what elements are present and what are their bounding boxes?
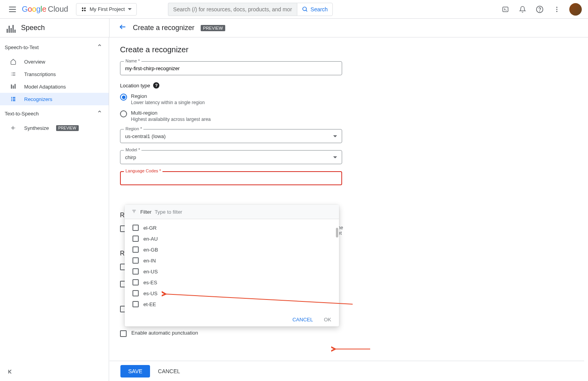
lang-option-es-us[interactable]: es-US	[125, 288, 339, 299]
popup-filter-bar[interactable]: Filter Type to filter	[125, 205, 339, 219]
checkbox-icon	[132, 246, 139, 253]
svg-rect-18	[14, 84, 16, 89]
svg-point-8	[556, 11, 558, 12]
svg-point-0	[303, 7, 306, 11]
checkbox-icon	[132, 290, 139, 296]
model-select[interactable]: chirp	[120, 150, 342, 164]
svg-line-1	[306, 10, 307, 11]
region-select[interactable]: us-central1 (Iowa)	[120, 129, 342, 143]
cloud-shell-button[interactable]	[498, 2, 513, 17]
sidebar-item-transcriptions[interactable]: Transcriptions	[0, 68, 109, 80]
search-button[interactable]: Search	[297, 3, 333, 16]
popup-ok-button[interactable]: OK	[324, 317, 331, 323]
svg-rect-23	[11, 100, 12, 101]
lang-option-en-gb[interactable]: en-GB	[125, 244, 339, 255]
sidebar-section-speech-to-text[interactable]: Speech-to-Text ⌃	[0, 39, 109, 55]
language-codes-select[interactable]	[120, 171, 342, 185]
project-selector[interactable]: My First Project	[76, 3, 137, 16]
arrow-left-icon	[119, 23, 127, 31]
dropdown-arrow-icon	[128, 8, 132, 10]
help-icon	[536, 5, 544, 13]
popup-cancel-button[interactable]: CANCEL	[292, 317, 313, 323]
dropdown-arrow-icon	[333, 135, 337, 137]
svg-rect-19	[11, 97, 12, 98]
location-type-label: Location type ?	[120, 82, 588, 89]
project-icon	[81, 7, 87, 12]
region-field: Region * us-central1 (Iowa)	[120, 129, 588, 143]
chevron-up-icon: ⌃	[97, 43, 102, 51]
name-input[interactable]	[125, 66, 337, 71]
header-actions	[498, 2, 582, 17]
lang-option-es-es[interactable]: es-ES	[125, 277, 339, 288]
checkbox-icon	[132, 301, 139, 307]
chevron-left-icon	[8, 369, 13, 374]
bell-icon	[519, 5, 526, 13]
dropdown-arrow-icon	[333, 156, 337, 158]
model-field: Model * chirp	[120, 150, 588, 164]
scrollbar-thumb[interactable]	[336, 228, 338, 237]
checkbox-icon	[132, 279, 139, 285]
product-name: Speech	[21, 24, 45, 32]
help-icon[interactable]: ?	[153, 82, 159, 89]
sidebar-section-text-to-speech[interactable]: Text-to-Speech ⌃	[0, 105, 109, 122]
svg-point-5	[540, 11, 540, 11]
back-button[interactable]	[119, 23, 127, 33]
list-icon	[9, 71, 17, 77]
hamburger-menu-button[interactable]	[3, 0, 22, 19]
tune-icon	[9, 83, 17, 90]
google-cloud-logo[interactable]: Google Cloud	[22, 5, 68, 14]
radio-icon-checked	[120, 94, 127, 101]
sidebar: Speech-to-Text ⌃ Overview Transcriptions…	[0, 37, 109, 381]
popup-list[interactable]: el-GR en-AU en-GB en-IN en-US es-ES es-U…	[125, 219, 339, 313]
preview-badge: PREVIEW	[201, 25, 225, 31]
lang-option-el-gr[interactable]: el-GR	[125, 222, 339, 233]
search-icon	[302, 6, 308, 12]
help-button[interactable]	[532, 2, 547, 17]
sub-header: Speech Create a recognizer PREVIEW	[0, 19, 588, 37]
speech-product-icon	[6, 23, 16, 33]
svg-point-6	[556, 7, 558, 8]
hamburger-icon	[9, 7, 16, 12]
form-footer: SAVE CANCEL	[109, 361, 584, 381]
svg-rect-20	[13, 97, 15, 98]
notifications-button[interactable]	[515, 2, 530, 17]
radio-icon-unchecked	[120, 110, 127, 117]
radio-region[interactable]: Region Lower latency within a single reg…	[120, 93, 588, 105]
form-heading: Create a recognizer	[120, 45, 588, 54]
checkbox-icon	[132, 225, 139, 231]
checkbox-icon	[132, 257, 139, 264]
top-header: Google Cloud My First Project Search	[0, 0, 588, 19]
checkbox-icon	[132, 236, 139, 242]
language-codes-popup: Filter Type to filter el-GR en-AU en-GB …	[125, 205, 339, 326]
save-button[interactable]: SAVE	[120, 365, 150, 377]
sidebar-item-recognizers[interactable]: Recognizers	[0, 93, 109, 105]
lang-option-en-au[interactable]: en-AU	[125, 233, 339, 244]
project-name: My First Project	[90, 6, 125, 12]
cancel-button[interactable]: CANCEL	[158, 368, 180, 374]
terminal-icon	[502, 6, 509, 13]
search-input[interactable]	[168, 3, 297, 16]
name-field: Name *	[120, 61, 588, 75]
lang-option-en-us[interactable]: en-US	[125, 266, 339, 277]
lang-option-et-ee[interactable]: et-EE	[125, 299, 339, 310]
more-button[interactable]	[549, 2, 565, 17]
home-icon	[9, 58, 17, 65]
popup-actions: CANCEL OK	[125, 313, 339, 326]
sidebar-item-overview[interactable]: Overview	[0, 55, 109, 68]
svg-point-7	[556, 9, 558, 10]
checkbox-icon	[132, 268, 139, 275]
filter-icon	[131, 209, 137, 215]
search-container: Search	[168, 3, 333, 16]
sidebar-item-model-adaptations[interactable]: Model Adaptations	[0, 80, 109, 93]
svg-rect-16	[11, 85, 12, 89]
lang-option-en-in[interactable]: en-IN	[125, 255, 339, 266]
sidebar-item-synthesize[interactable]: Synthesize PREVIEW	[0, 122, 109, 134]
waveform-icon	[9, 125, 17, 131]
collapse-sidebar-button[interactable]	[0, 363, 109, 381]
grid-icon	[9, 96, 17, 102]
enable-automatic-punctuation-checkbox[interactable]: Enable automatic punctuation	[120, 330, 588, 337]
checkbox-icon	[120, 330, 127, 337]
user-avatar[interactable]	[569, 3, 582, 16]
more-vert-icon	[553, 6, 560, 13]
radio-multi-region[interactable]: Multi-region Highest availability across…	[120, 110, 588, 122]
